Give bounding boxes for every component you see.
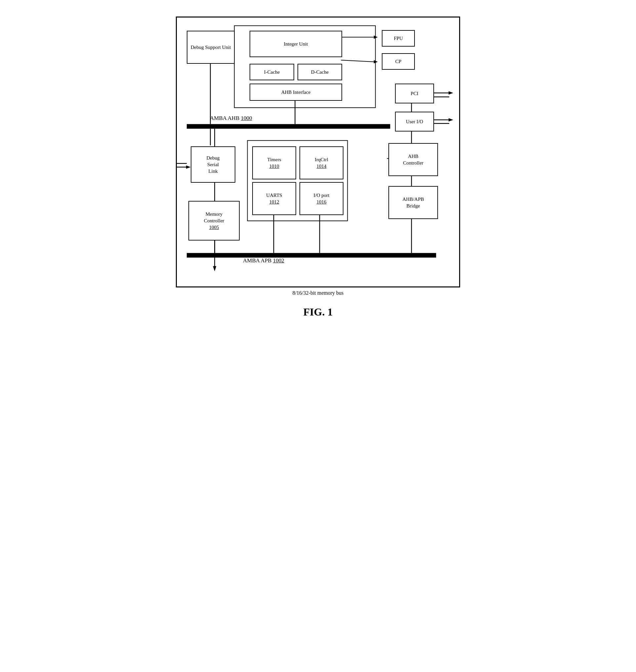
- svg-marker-5: [374, 36, 378, 39]
- dcache-label: D-Cache: [311, 69, 329, 75]
- debug-support-unit-label: Debug Support Unit: [191, 44, 231, 50]
- pci-block: PCI: [395, 84, 434, 103]
- io-port-label: I/O port1016: [314, 192, 330, 205]
- svg-line-6: [341, 60, 374, 62]
- uarts-label: UARTS1012: [266, 192, 282, 205]
- svg-marker-7: [374, 60, 378, 63]
- ahb-controller-label: AHBController: [403, 153, 423, 166]
- cp-label: CP: [395, 58, 401, 65]
- page-container: Debug Support Unit Integer Unit FPU CP I…: [169, 6, 467, 318]
- pci-label: PCI: [411, 90, 418, 97]
- svg-rect-0: [187, 124, 390, 129]
- memory-bus-area: 8/16/32-bit memory bus: [293, 287, 344, 296]
- svg-marker-34: [213, 266, 216, 271]
- ahb-controller-block: AHBController: [389, 143, 438, 176]
- irqctrl-block: IrqCtrl1014: [299, 146, 343, 179]
- ahb-apb-bridge-label: AHB/APBBridge: [402, 196, 424, 209]
- timers-label: Timers1010: [267, 156, 281, 170]
- irqctrl-label: IrqCtrl1014: [315, 156, 328, 170]
- memory-bus-label: 8/16/32-bit memory bus: [293, 290, 344, 296]
- user-io-block: User I/O: [395, 112, 434, 131]
- debug-serial-link-block: DebugSerialLink: [191, 146, 235, 183]
- memory-controller-block: MemoryController1005: [188, 201, 240, 241]
- fpu-label: FPU: [394, 35, 403, 42]
- cp-block: CP: [382, 53, 415, 70]
- diagram-outer: Debug Support Unit Integer Unit FPU CP I…: [176, 17, 460, 287]
- svg-marker-9: [449, 91, 453, 95]
- ahb-interface-block: AHB Interface: [250, 84, 342, 101]
- integer-unit-label: Integer Unit: [284, 41, 308, 47]
- fpu-block: FPU: [382, 30, 415, 46]
- debug-support-unit-block: Debug Support Unit: [187, 31, 235, 64]
- ahb-interface-label: AHB Interface: [281, 89, 311, 96]
- svg-marker-19: [186, 165, 191, 169]
- timers-block: Timers1010: [252, 146, 296, 179]
- figure-caption: FIG. 1: [303, 306, 333, 318]
- svg-rect-1: [187, 253, 436, 258]
- uarts-block: UARTS1012: [252, 182, 296, 215]
- ahb-bus-label: AMBA AHB 1000: [210, 115, 252, 122]
- io-port-block: I/O port1016: [299, 182, 343, 215]
- ahb-apb-bridge-block: AHB/APBBridge: [389, 186, 438, 219]
- dcache-block: D-Cache: [298, 64, 342, 80]
- user-io-label: User I/O: [406, 118, 423, 125]
- icache-block: I-Cache: [250, 64, 294, 80]
- svg-marker-13: [449, 118, 453, 122]
- apb-bus-label: AMBA APB 1002: [243, 257, 284, 264]
- debug-serial-link-label: DebugSerialLink: [206, 155, 220, 175]
- icache-label: I-Cache: [264, 69, 280, 75]
- integer-unit-block: Integer Unit: [250, 31, 342, 57]
- memory-controller-label: MemoryController1005: [204, 211, 224, 231]
